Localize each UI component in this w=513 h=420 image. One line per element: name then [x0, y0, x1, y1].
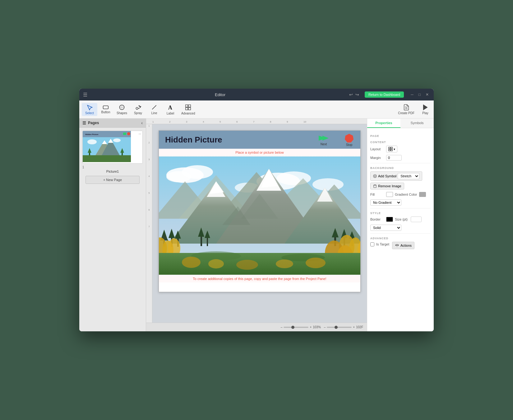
page-options-icon[interactable]: ···	[139, 132, 141, 136]
fill-label: Fill	[370, 193, 384, 196]
border-style-select[interactable]: Solid Dashed Dotted	[370, 225, 401, 231]
pages-icon: ☰	[82, 121, 86, 125]
divider-1	[370, 163, 431, 163]
line-label: Line	[151, 111, 157, 115]
margin-input[interactable]	[386, 155, 402, 161]
remove-image-button[interactable]: Remove Image	[370, 183, 404, 189]
toolbar: Select Button Shapes	[79, 100, 434, 119]
svg-rect-17	[123, 133, 126, 135]
tab-symbols[interactable]: Symbols	[400, 119, 434, 128]
is-target-checkbox[interactable]	[370, 242, 374, 246]
button-label: Button	[101, 110, 110, 114]
stretch-select[interactable]: Stretch Tile Center	[398, 173, 419, 179]
zoom-plus-1[interactable]: +	[310, 325, 312, 329]
svg-marker-32	[345, 134, 354, 142]
hint-top: Place a symbol or picture below	[159, 149, 360, 156]
svg-rect-11	[186, 107, 188, 110]
svg-rect-65	[207, 237, 208, 246]
properties-panel: Properties Symbols PAGE CONTENT Layout	[367, 119, 434, 331]
zoom-slider-2[interactable]	[327, 327, 352, 328]
margin-row: Margin	[370, 155, 431, 161]
size-pt-label: Size (pt)	[395, 217, 409, 221]
shapes-tool-button[interactable]: Shapes	[114, 103, 130, 116]
titlebar: ☰ Editor ↩ ↪ Return to Dashboard ─ □ ✕	[79, 89, 434, 100]
canvas-with-ruler: 1 2 3 4 5 6 7 Hidden Picture	[146, 124, 367, 323]
next-button[interactable]: Next	[318, 134, 329, 146]
border-color-swatch[interactable]	[386, 217, 393, 222]
page-header-bar: Hidden Picture Next	[159, 131, 360, 149]
layout-arrow: ▾	[394, 147, 395, 151]
maximize-button[interactable]: □	[417, 92, 422, 97]
tab-properties[interactable]: Properties	[367, 119, 400, 128]
add-symbol-button[interactable]: Add Symbol Stretch Tile Center	[370, 171, 422, 181]
undo-button[interactable]: ↩	[349, 92, 353, 97]
svg-rect-10	[188, 105, 191, 107]
spray-tool-button[interactable]: Spray	[130, 103, 146, 116]
svg-point-91	[182, 257, 201, 268]
gradient-color-label: Gradient Color	[395, 193, 417, 196]
next-arrow-icon	[318, 134, 329, 142]
pages-content: ··· Hidden Picture	[79, 128, 146, 189]
divider-3	[370, 233, 431, 234]
remove-image-icon	[373, 184, 377, 188]
button-tool-button[interactable]: Button	[98, 104, 113, 115]
divider-2	[370, 208, 431, 208]
page-image-area	[159, 156, 360, 275]
titlebar-controls: ↩ ↪ Return to Dashboard ─ □ ✕	[349, 91, 430, 98]
svg-rect-96	[389, 147, 390, 149]
zoom-slider-1[interactable]	[284, 327, 308, 328]
svg-rect-98	[389, 149, 390, 151]
svg-point-95	[306, 258, 326, 268]
add-symbol-label: Add Symbol	[378, 174, 396, 178]
stop-label: Stop	[346, 143, 353, 147]
collapse-pages-button[interactable]: ‹	[141, 120, 143, 125]
solid-row: Solid Dashed Dotted	[370, 225, 431, 231]
next-label: Next	[321, 142, 327, 146]
shapes-label: Shapes	[117, 111, 127, 115]
svg-rect-101	[374, 185, 376, 188]
label-tool-button[interactable]: A Label	[163, 103, 178, 116]
section-page: PAGE	[370, 134, 431, 138]
layout-button[interactable]: ▾	[386, 146, 397, 152]
zoom-minus-1[interactable]: –	[281, 325, 283, 329]
page-number: 1	[82, 166, 143, 169]
zoom-plus-2[interactable]: +	[353, 325, 355, 329]
svg-point-92	[208, 259, 224, 268]
play-button[interactable]: Play	[419, 103, 431, 116]
select-tool-button[interactable]: Select	[82, 103, 97, 116]
is-target-label: Is Target	[376, 242, 390, 246]
border-size-input[interactable]: 1	[411, 217, 422, 222]
gradient-select[interactable]: No Gradient Linear Radial	[370, 199, 401, 206]
return-dashboard-button[interactable]: Return to Dashboard	[365, 91, 404, 98]
advanced-row: Is Target Actions	[370, 242, 431, 249]
page-thumbnail[interactable]: ··· Hidden Picture	[82, 131, 143, 164]
main-area: ☰ Pages ‹ ··· Hidden Picture	[79, 119, 434, 331]
is-target-row: Is Target	[370, 242, 390, 246]
advanced-tool-button[interactable]: Advanced	[179, 103, 197, 116]
svg-marker-31	[322, 136, 329, 141]
menu-icon[interactable]: ☰	[83, 92, 87, 98]
svg-text:Hidden Picture: Hidden Picture	[85, 133, 99, 135]
actions-button[interactable]: Actions	[392, 242, 414, 249]
actions-label: Actions	[400, 244, 412, 247]
landscape-svg	[159, 156, 360, 275]
ruler-vertical: 1 2 3 4 5 6 7	[146, 124, 152, 323]
stop-button[interactable]: Stop	[344, 133, 354, 147]
new-page-button[interactable]: + New Page	[86, 176, 140, 184]
zoom-minus-2[interactable]: –	[324, 325, 326, 329]
zoom-control-2: – + 102F	[324, 325, 363, 329]
create-pdf-button[interactable]: Create PDF	[395, 103, 417, 116]
play-label: Play	[422, 111, 428, 115]
gradient-color-swatch[interactable]	[419, 192, 426, 197]
redo-button[interactable]: ↪	[355, 92, 359, 97]
svg-rect-9	[186, 105, 188, 107]
line-tool-button[interactable]: Line	[146, 103, 162, 116]
page-name: Picture1	[82, 170, 143, 173]
close-button[interactable]: ✕	[424, 92, 430, 97]
minimize-button[interactable]: ─	[409, 92, 415, 97]
toolbar-right: Create PDF Play	[395, 103, 431, 116]
canvas-scroll[interactable]: Hidden Picture Next	[152, 124, 367, 323]
page-canvas: Hidden Picture Next	[159, 130, 361, 292]
border-row: Border Size (pt) 1	[370, 217, 431, 222]
fill-color-swatch[interactable]	[386, 192, 393, 197]
